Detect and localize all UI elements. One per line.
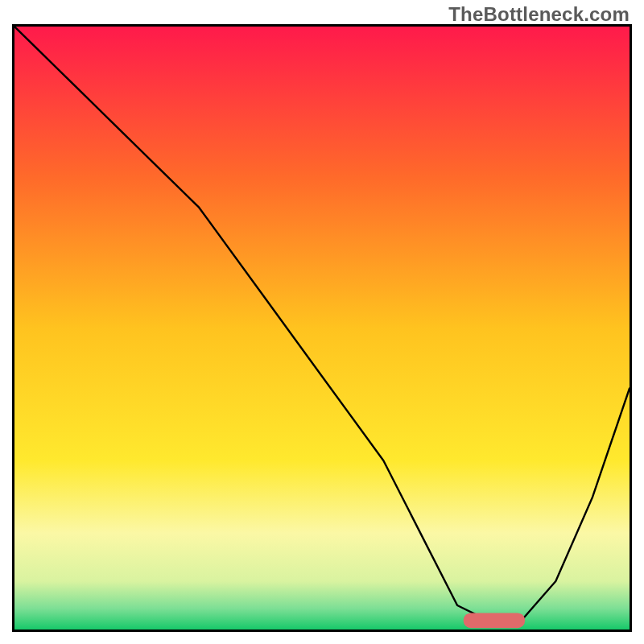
watermark-text: TheBottleneck.com: [448, 3, 630, 26]
chart-container: TheBottleneck.com: [0, 0, 644, 644]
optimal-range-marker: [464, 613, 525, 628]
plot-area: [12, 24, 632, 632]
chart-svg: [14, 27, 630, 630]
